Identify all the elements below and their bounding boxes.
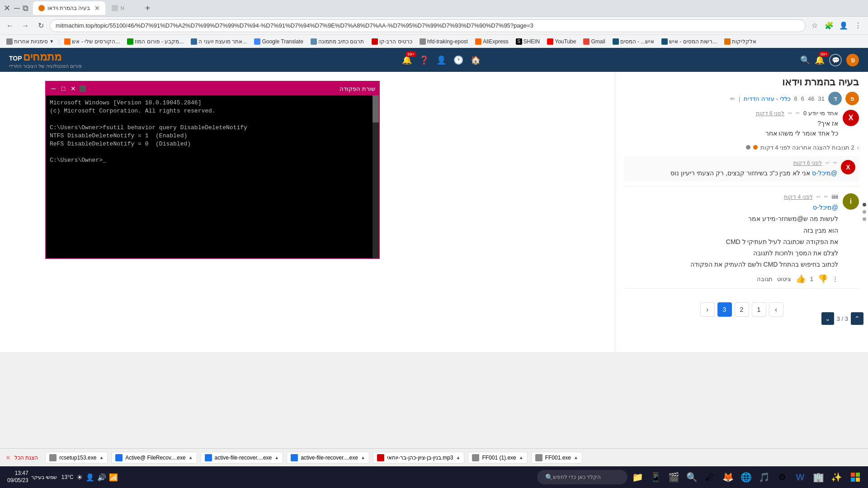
notification-icon-wrapper[interactable]: 🔔 +99 (815, 55, 825, 65)
taskbar-icon-word[interactable]: W (792, 469, 808, 485)
cmd-scrollbar[interactable] (373, 95, 379, 258)
bookmark-item-youtube[interactable]: YouTube (544, 38, 579, 46)
bookmark-item-2[interactable]: מקבע - פורום המוז... (124, 38, 186, 46)
dl-chevron-7[interactable]: ▲ (99, 455, 104, 460)
reply-button[interactable]: תגובה (757, 276, 773, 282)
bookmark-item-7[interactable]: hfd-traking-epost (417, 38, 471, 46)
taskbar-icon-10[interactable]: 🏢 (810, 469, 826, 485)
forum-category-link[interactable]: כללי - עזרה הדדית (744, 95, 790, 102)
post1-time[interactable]: לפני 6 דקות (756, 110, 784, 117)
forward-button[interactable]: → (19, 19, 32, 32)
bookmark-button[interactable]: ☆ (808, 19, 821, 32)
download-item-6[interactable]: Active@ FileRecov....exe ▲ (111, 452, 197, 464)
inactive-browser-tab[interactable]: N (106, 1, 142, 15)
minimize-icon[interactable]: ─ (14, 4, 20, 13)
chat-icon[interactable]: 💬 (829, 54, 842, 66)
bookmark-item-5[interactable]: תרגום כתיב מתמונה (308, 38, 367, 46)
refresh-button[interactable]: ↻ (34, 19, 47, 32)
taskbar-file-explorer[interactable]: 📁 (629, 469, 646, 485)
dl-chevron-6[interactable]: ▲ (189, 455, 193, 460)
bookmark-item-aliexpress[interactable]: AliExpress (472, 38, 511, 46)
search-icon[interactable]: 🔍 (800, 55, 810, 65)
notification-icon-2[interactable]: 🔔 +99 (402, 55, 412, 65)
address-bar[interactable] (50, 19, 806, 32)
scroll-to-bottom-button[interactable]: ⌄ (821, 312, 834, 325)
side-dot-3[interactable] (863, 217, 866, 221)
bookmark-item-other[interactable]: סימניות אחרות ▼ (4, 38, 57, 46)
dl-chevron-5[interactable]: ▲ (274, 455, 279, 460)
quote-button[interactable]: ציטוט (777, 276, 791, 282)
cmd-body[interactable]: Microsoft Windows [Version 10.0.19045.28… (46, 95, 379, 258)
post2-time[interactable]: לפני 4 דקות (784, 194, 812, 200)
taskbar-icon-3[interactable]: 🎬 (665, 469, 682, 485)
dl-chevron-4[interactable]: ▲ (361, 455, 365, 460)
tray-user-icon[interactable]: 👤 (85, 473, 94, 482)
scroll-to-top-button[interactable]: ⌃ (851, 312, 863, 325)
more-options-button[interactable]: ⋮ (832, 276, 838, 282)
download-item-7[interactable]: rcsetup153.exe ▲ (45, 452, 108, 464)
extensions-button[interactable]: 🧩 (823, 19, 835, 32)
replies-toggle[interactable]: › 2 תגובות להצגה אחרונה לפני 4 דקות (624, 142, 859, 153)
download-item-1[interactable]: FF001.exe ▲ (531, 452, 582, 464)
bookmark-item-3[interactable]: אתר מועצת יועני ה... (188, 38, 250, 46)
download-item-2[interactable]: FF001 (1).exe ▲ (468, 452, 527, 464)
thumbs-down-icon[interactable]: 👎 (818, 274, 828, 284)
cmd-close-button[interactable]: ✕ (70, 85, 77, 92)
taskbar-search-area[interactable]: 🔍 הקלד כאן כדי לחפש (537, 470, 627, 484)
back-button[interactable]: ← (4, 19, 16, 32)
topbar-home-icon[interactable]: 🏠 (471, 55, 481, 65)
tray-network-icon[interactable]: 📶 (109, 473, 118, 482)
thumbs-up-icon[interactable]: 👍 (796, 274, 806, 284)
tray-speaker-icon[interactable]: 🔊 (97, 473, 106, 482)
bookmark-item-13[interactable]: רשות המסים - איש... (659, 38, 720, 46)
taskbar-icon-chrome[interactable]: 🌐 (738, 469, 754, 485)
restore-icon[interactable]: ⧉ (23, 4, 28, 13)
inner-reply-time[interactable]: לפני 6 דקות (793, 160, 822, 166)
bookmark-item-14[interactable]: אלקליקות (722, 38, 759, 46)
topbar-question-icon[interactable]: ❓ (419, 55, 429, 65)
close-icon[interactable]: ✕ (4, 3, 10, 13)
taskbar-icon-2[interactable]: 📱 (647, 469, 664, 485)
download-item-5[interactable]: active-file-recover....exe ▲ (201, 452, 283, 464)
cmd-scroll-thumb[interactable] (373, 95, 379, 122)
dl-chevron-2[interactable]: ▲ (519, 455, 524, 460)
search-placeholder[interactable]: הקלד כאן כדי לחפש (553, 474, 601, 480)
new-tab-button[interactable]: + (145, 3, 151, 14)
bookmark-item-shein[interactable]: SSHEIN (513, 38, 543, 46)
page-1-button[interactable]: 1 (752, 302, 766, 317)
cmd-minimize-button[interactable]: ─ (50, 85, 57, 92)
taskbar-icon-11[interactable]: ✨ (828, 469, 844, 485)
taskbar-icon-4[interactable]: 🔍 (684, 469, 700, 485)
topbar-clock-icon[interactable]: 🕐 (453, 55, 463, 65)
download-item-3[interactable]: בנין-בן-ציון-כהן-בר-יוחאי.mp3 ▲ (373, 452, 465, 464)
cmd-maximize-button[interactable]: □ (60, 85, 67, 92)
bookmark-item-6[interactable]: כרטיס הרב-קו (369, 38, 415, 46)
topbar-user-icon[interactable]: 👤 (436, 55, 446, 65)
taskbar-icon-6[interactable]: 🦊 (720, 469, 736, 485)
dl-chevron-3[interactable]: ▲ (456, 455, 460, 460)
page-next-button[interactable]: › (700, 302, 715, 317)
profile-button[interactable]: 👤 (837, 19, 850, 32)
side-dot-2[interactable] (863, 210, 866, 214)
download-item-4[interactable]: active-file-recover....exe ▲ (287, 452, 369, 464)
taskbar-icon-settings[interactable]: ⚙ (774, 469, 790, 485)
start-button[interactable] (846, 468, 864, 486)
dl-chevron-1[interactable]: ▲ (574, 455, 578, 460)
taskbar-icon-music[interactable]: 🎵 (756, 469, 772, 485)
page-2-button[interactable]: 2 (735, 302, 749, 317)
bookmark-item-1[interactable]: הקורסים שלי - אש... (61, 38, 123, 46)
menu-button[interactable]: ⋮ (852, 19, 864, 32)
bookmark-item-12[interactable]: איש... - המסים (610, 38, 657, 46)
side-dot-1[interactable] (863, 203, 866, 206)
page-3-button[interactable]: 3 (717, 302, 732, 317)
active-browser-tab[interactable]: בעיה בהמרת וידאו ✕ (33, 1, 105, 15)
taskbar-icon-5[interactable]: 🖊 (702, 469, 718, 485)
page-prev-button[interactable]: ‹ (769, 302, 783, 317)
bookmark-item-google-translate[interactable]: Google Translate (251, 38, 306, 46)
mention-1[interactable]: @מיכל-ס (812, 169, 837, 177)
bookmark-item-gmail[interactable]: Gmail (580, 38, 608, 46)
discard-all-label[interactable]: הצגת הכל (14, 455, 38, 461)
download-bar-close[interactable]: ✕ (5, 454, 11, 461)
tab-close-icon[interactable]: ✕ (94, 5, 100, 12)
mention-mikal[interactable]: @מיכל-ס (813, 204, 838, 211)
